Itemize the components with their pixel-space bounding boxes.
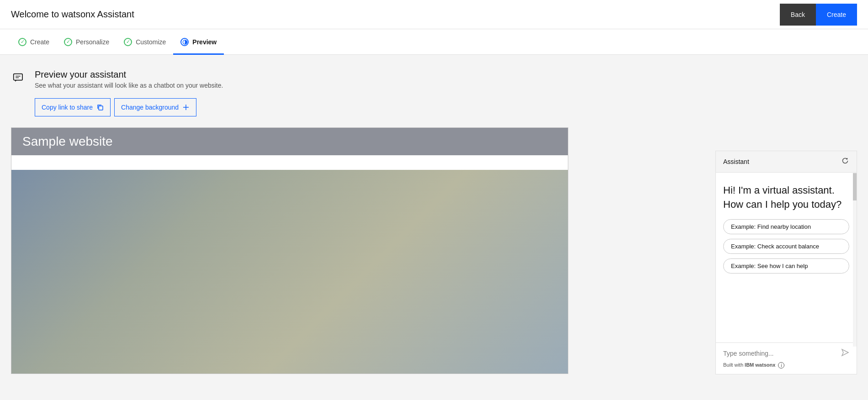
chat-panel-header: Assistant [716,151,857,173]
website-preview: Sample website [11,127,568,374]
section-title: Preview your assistant [35,69,223,80]
section-subtitle: See what your assistant will look like a… [35,82,223,89]
copy-link-button[interactable]: Copy link to share [35,98,111,116]
website-body-nav [11,155,568,170]
powered-by-brand: IBM watsonx [745,362,775,368]
step-customize[interactable]: ✓ Customize [116,29,173,55]
step-preview-label: Preview [192,38,217,46]
step-customize-label: Customize [136,38,166,46]
chat-input[interactable] [723,350,837,357]
chat-icon [11,70,27,87]
chat-suggestion-3[interactable]: Example: See how I can help [723,258,849,274]
step-create[interactable]: ✓ Create [11,29,57,55]
page-title: Welcome to watsonx Assistant [11,9,134,20]
info-icon: i [778,362,784,368]
copy-link-label: Copy link to share [42,104,93,111]
chat-header-title: Assistant [723,158,749,165]
send-icon[interactable] [841,348,849,358]
chat-suggestions: Example: Find nearby location Example: C… [723,219,849,274]
svg-rect-0 [14,74,22,80]
step-personalize-icon: ✓ [64,38,72,46]
chat-suggestion-1[interactable]: Example: Find nearby location [723,219,849,234]
powered-by-prefix: Built with [723,362,745,368]
steps-bar: ✓ Create ✓ Personalize ✓ Customize ◑ Pre… [0,29,868,55]
step-customize-icon: ✓ [124,38,132,46]
svg-rect-3 [99,106,103,110]
website-header-text: Sample website [22,134,113,149]
back-button[interactable]: Back [780,4,816,26]
main-content: Preview your assistant See what your ass… [0,55,868,400]
chat-greeting: Hi! I'm a virtual assistant. How can I h… [723,184,849,212]
change-background-label: Change background [121,104,179,111]
chat-footer: Built with IBM watsonx i [716,342,857,374]
section-title-block: Preview your assistant See what your ass… [35,69,223,89]
website-preview-header: Sample website [11,128,568,155]
step-personalize[interactable]: ✓ Personalize [57,29,116,55]
page-header: Welcome to watsonx Assistant Back Create [0,0,868,29]
section-header: Preview your assistant See what your ass… [11,69,857,89]
step-create-label: Create [30,38,49,46]
copy-icon [96,104,104,111]
scrollbar-thumb[interactable] [853,173,857,200]
step-personalize-label: Personalize [76,38,109,46]
action-buttons: Copy link to share Change background [35,98,857,116]
step-preview[interactable]: ◑ Preview [173,29,224,55]
chat-panel: Assistant Hi! I'm a virtual assistant. H… [715,151,857,374]
scrollbar-track[interactable] [853,173,857,347]
chat-powered-by: Built with IBM watsonx i [723,362,849,368]
chat-body: Hi! I'm a virtual assistant. How can I h… [716,173,857,342]
website-body-content [11,170,568,374]
step-preview-icon: ◑ [180,38,189,46]
create-button[interactable]: Create [816,4,857,26]
header-actions: Back Create [780,4,857,26]
chat-suggestion-2[interactable]: Example: Check account balance [723,239,849,254]
step-create-icon: ✓ [18,38,26,46]
chat-input-row [723,348,849,358]
change-background-button[interactable]: Change background [114,98,196,116]
plus-icon [182,104,190,111]
refresh-icon[interactable] [841,157,849,167]
